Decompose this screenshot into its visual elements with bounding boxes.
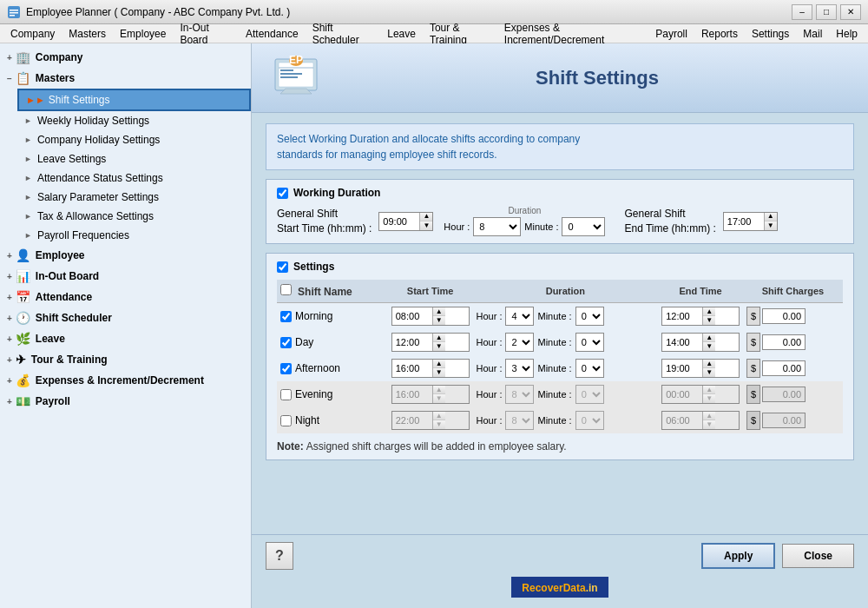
shift-min-select-day[interactable]: 0: [575, 333, 604, 352]
shift-hour-select-day[interactable]: 2: [505, 333, 534, 352]
menu-company[interactable]: Company: [3, 26, 62, 42]
sidebar-group-payroll-header[interactable]: + 💵 Payroll: [0, 391, 251, 412]
general-start-time-input[interactable]: ▲ ▼: [378, 212, 433, 231]
sidebar-item-weekly-holiday[interactable]: ► Weekly Holiday Settings: [17, 111, 251, 130]
sidebar-item-shift-settings[interactable]: ►► Shift Settings: [17, 89, 251, 111]
shift-end-time-day[interactable]: [662, 335, 702, 349]
expand-icon-company: +: [7, 53, 12, 63]
apply-button[interactable]: Apply: [701, 543, 775, 569]
general-end-time-input[interactable]: ▲ ▼: [723, 212, 778, 231]
sidebar-item-payroll-freq[interactable]: ► Payroll Frequencies: [17, 226, 251, 245]
sidebar-group-inout-header[interactable]: + 📊 In-Out Board: [0, 266, 251, 287]
general-start-time-down[interactable]: ▼: [420, 221, 432, 230]
general-hour-select[interactable]: 8: [473, 217, 521, 236]
working-duration-title: Working Duration: [277, 187, 843, 199]
shift-checkbox-night[interactable]: [280, 415, 292, 426]
menu-mail[interactable]: Mail: [796, 26, 829, 42]
sidebar-group-attendance-label: Attendance: [36, 291, 92, 303]
sidebar-item-leave-settings[interactable]: ► Leave Settings: [17, 149, 251, 169]
shift-start-time-day[interactable]: [392, 335, 432, 349]
general-start-time-field[interactable]: [379, 215, 419, 228]
shift-start-up-afternoon[interactable]: ▲: [433, 360, 445, 368]
shift-min-label-evening: Minute :: [537, 389, 571, 400]
minimize-button[interactable]: –: [792, 4, 812, 20]
shift-min-select-afternoon[interactable]: 0: [575, 359, 604, 378]
menu-help[interactable]: Help: [829, 26, 865, 42]
shift-checkbox-evening[interactable]: [280, 389, 292, 400]
shift-min-select-morning[interactable]: 0: [575, 307, 604, 326]
general-end-time-field[interactable]: [724, 215, 764, 228]
sidebar-item-tax-label: Tax & Allowance Settings: [37, 210, 154, 222]
help-button[interactable]: ?: [266, 542, 293, 570]
sidebar-group-employee-label: Employee: [36, 249, 85, 261]
shift-charge-input-day[interactable]: [762, 334, 806, 350]
menu-attendance[interactable]: Attendance: [239, 26, 306, 42]
duration-label: Duration: [444, 206, 605, 215]
sidebar-group-expenses-header[interactable]: + 💰 Expenses & Increment/Decrement: [0, 370, 251, 391]
select-all-shifts-checkbox[interactable]: [280, 284, 292, 295]
sidebar-group-attendance-header[interactable]: + 📅 Attendance: [0, 287, 251, 307]
general-start-time-spinners: ▲ ▼: [419, 213, 432, 230]
shift-duration-cell-evening: Hour : 8 Minute : 0: [473, 381, 659, 407]
col-duration: Duration: [473, 280, 659, 303]
shift-start-time-morning[interactable]: [392, 309, 432, 323]
shift-hour-select-morning[interactable]: 4: [505, 307, 534, 326]
shift-end-time-afternoon[interactable]: [662, 361, 702, 375]
menu-payroll[interactable]: Payroll: [648, 26, 694, 42]
hour-label-general: Hour :: [444, 221, 470, 232]
sidebar-group-employee-header[interactable]: + 👤 Employee: [0, 245, 251, 266]
menu-masters[interactable]: Masters: [62, 26, 113, 42]
menu-reports[interactable]: Reports: [694, 26, 745, 42]
shift-end-down-morning[interactable]: ▼: [703, 316, 715, 325]
general-start-time-up[interactable]: ▲: [420, 213, 432, 221]
menu-settings[interactable]: Settings: [745, 26, 796, 42]
sidebar-item-salary-parameter[interactable]: ► Salary Parameter Settings: [17, 188, 251, 207]
shift-end-up-day[interactable]: ▲: [703, 334, 715, 342]
shift-checkbox-day[interactable]: [280, 337, 292, 348]
general-minute-select[interactable]: 0: [562, 217, 605, 236]
shift-start-down-day[interactable]: ▼: [433, 342, 445, 351]
shift-end-cell-day: ▲ ▼: [658, 329, 743, 355]
shift-charge-input-morning[interactable]: [762, 308, 806, 324]
general-end-time-up[interactable]: ▲: [765, 213, 777, 221]
shift-start-down-morning[interactable]: ▼: [433, 316, 445, 325]
shift-end-up-morning[interactable]: ▲: [703, 307, 715, 316]
sidebar-item-attendance-status[interactable]: ► Attendance Status Settings: [17, 169, 251, 188]
shift-name-night: Night: [295, 414, 319, 426]
shift-start-up-day[interactable]: ▲: [433, 334, 445, 342]
sidebar-group-shift-sched-header[interactable]: + 🕐 Shift Scheduler: [0, 307, 251, 328]
shift-end-up-afternoon[interactable]: ▲: [703, 360, 715, 368]
shift-hour-select-afternoon[interactable]: 3: [505, 359, 534, 378]
shift-start-cell-evening: ▲ ▼: [388, 381, 473, 407]
settings-checkbox[interactable]: [277, 261, 288, 273]
menu-employee[interactable]: Employee: [113, 26, 173, 42]
sidebar-group-company-header[interactable]: + 🏢 Company: [0, 47, 251, 68]
sidebar-group-masters-header[interactable]: − 📋 Masters: [0, 68, 251, 89]
sidebar-group-tour-header[interactable]: + ✈ Tour & Training: [0, 349, 251, 370]
general-end-time-down[interactable]: ▼: [765, 221, 777, 230]
shift-checkbox-morning[interactable]: [280, 311, 292, 322]
shift-hour-label-morning: Hour :: [477, 311, 503, 321]
shift-end-cell-night: ▲ ▼: [658, 407, 743, 433]
close-button[interactable]: Close: [782, 544, 854, 568]
shift-start-time-afternoon[interactable]: [392, 361, 432, 375]
shift-checkbox-afternoon[interactable]: [280, 363, 292, 374]
menu-leave[interactable]: Leave: [380, 26, 423, 42]
shift-hour-label-day: Hour :: [477, 337, 503, 347]
sidebar-item-tax-allowance[interactable]: ► Tax & Allowance Settings: [17, 207, 251, 226]
sidebar-group-tour: + ✈ Tour & Training: [0, 349, 251, 370]
maximize-button[interactable]: □: [816, 4, 837, 20]
shift-end-time-morning[interactable]: [662, 309, 702, 323]
inout-icon: 📊: [16, 269, 30, 283]
shift-start-down-afternoon[interactable]: ▼: [433, 368, 445, 377]
working-duration-checkbox[interactable]: [277, 188, 288, 199]
shift-end-down-afternoon[interactable]: ▼: [703, 368, 715, 377]
shift-end-down-day[interactable]: ▼: [703, 342, 715, 351]
sidebar-group-leave-header[interactable]: + 🌿 Leave: [0, 328, 251, 349]
sidebar-item-company-holiday[interactable]: ► Company Holiday Settings: [17, 130, 251, 149]
shift-charge-input-afternoon[interactable]: [762, 360, 806, 376]
shift-start-cell-morning: ▲ ▼: [388, 303, 473, 330]
shift-start-up-morning[interactable]: ▲: [433, 307, 445, 316]
shift-start-cell-night: ▲ ▼: [388, 407, 473, 433]
close-window-button[interactable]: ✕: [840, 4, 861, 20]
